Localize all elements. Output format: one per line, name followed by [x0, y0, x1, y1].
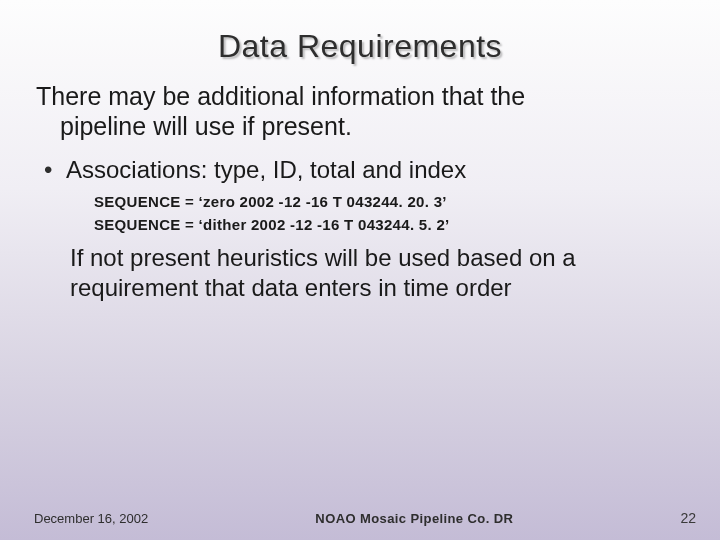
- footer-page-number: 22: [680, 510, 696, 526]
- bullet-associations: Associations: type, ID, total and index: [44, 155, 686, 185]
- intro-line-1: There may be additional information that…: [36, 82, 525, 110]
- sequence-line-2: SEQUENCE = ‘dither 2002 -12 -16 T 043244…: [94, 216, 686, 233]
- footer-date: December 16, 2002: [34, 511, 148, 526]
- sequence-examples: SEQUENCE = ‘zero 2002 -12 -16 T 043244. …: [94, 193, 686, 233]
- sequence-line-1: SEQUENCE = ‘zero 2002 -12 -16 T 043244. …: [94, 193, 686, 210]
- footer-center: NOAO Mosaic Pipeline Co. DR: [148, 511, 680, 526]
- slide-container: Data Requirements There may be additiona…: [0, 0, 720, 540]
- slide-title: Data Requirements: [34, 28, 686, 65]
- bullet-list: Associations: type, ID, total and index: [34, 155, 686, 185]
- intro-paragraph: There may be additional information that…: [34, 81, 686, 141]
- slide-footer: December 16, 2002 NOAO Mosaic Pipeline C…: [0, 510, 720, 526]
- intro-line-2: pipeline will use if present.: [36, 111, 686, 141]
- bullet-associations-text: Associations: type, ID, total and index: [66, 156, 466, 183]
- followup-paragraph: If not present heuristics will be used b…: [70, 243, 686, 303]
